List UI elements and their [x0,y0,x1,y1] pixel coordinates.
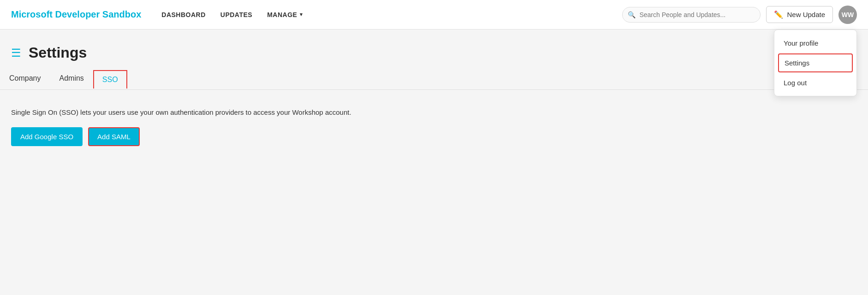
tab-admins[interactable]: Admins [50,69,93,89]
user-dropdown-menu: Your profile Settings Log out [774,30,857,96]
nav-right: 🔍 ✏️ New Update WW [622,6,857,24]
page-title: Settings [29,44,87,61]
chevron-down-icon: ▾ [300,12,303,18]
nav-dashboard[interactable]: DASHBOARD [156,7,211,22]
brand-logo[interactable]: Microsoft Developer Sandbox [11,9,141,20]
nav-manage[interactable]: MANAGE ▾ [262,7,309,22]
add-google-sso-button[interactable]: Add Google SSO [11,127,83,146]
search-input[interactable] [622,7,761,23]
settings-page-icon: ☰ [11,47,21,59]
sso-content: Single Sign On (SSO) lets your users use… [0,90,868,165]
dropdown-item-logout[interactable]: Log out [774,73,856,92]
navbar: Microsoft Developer Sandbox DASHBOARD UP… [0,0,868,30]
avatar[interactable]: WW [838,6,857,24]
settings-tabs: Company Admins SSO [0,69,868,90]
nav-updates[interactable]: UPDATES [215,7,258,22]
search-container: 🔍 [622,7,761,23]
tab-company[interactable]: Company [0,69,50,89]
search-icon: 🔍 [628,11,636,18]
dropdown-item-settings[interactable]: Settings [778,53,853,72]
add-saml-button[interactable]: Add SAML [88,127,140,146]
pencil-icon: ✏️ [774,10,783,19]
page-header: ☰ Settings [0,44,868,69]
new-update-button[interactable]: ✏️ New Update [766,6,833,23]
nav-links: DASHBOARD UPDATES MANAGE ▾ [156,7,622,22]
sso-description: Single Sign On (SSO) lets your users use… [11,108,857,116]
sso-buttons: Add Google SSO Add SAML [11,127,857,146]
tab-sso[interactable]: SSO [93,70,127,88]
dropdown-item-profile[interactable]: Your profile [774,34,856,53]
page-content: ☰ Settings Company Admins SSO Single Sig… [0,30,868,295]
